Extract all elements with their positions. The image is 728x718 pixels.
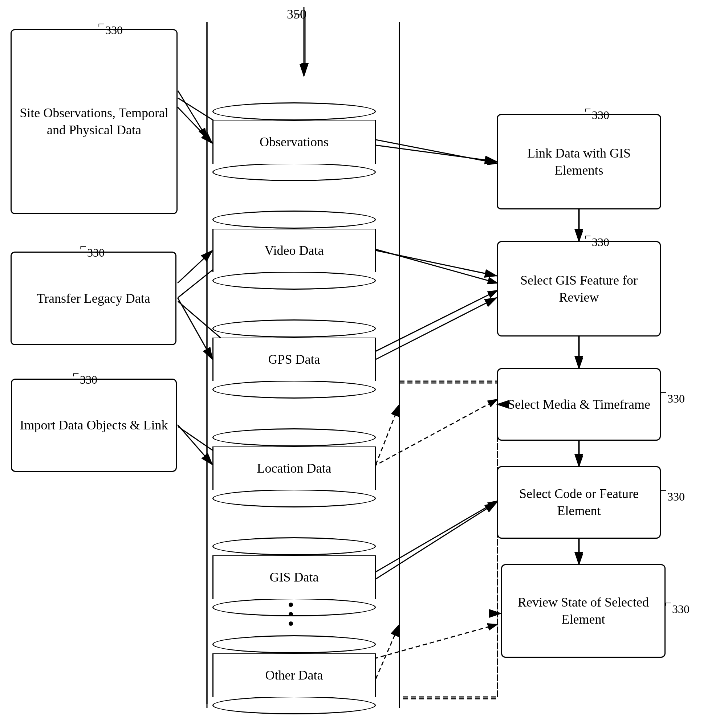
link-data-box: Link Data with GIS Elements — [497, 114, 661, 209]
gis-data-label: GIS Data — [270, 570, 319, 585]
ref-curve-select-gis: ⌐ — [584, 229, 591, 243]
ref-curve-site: ⌐ — [98, 17, 105, 31]
ref-label-site: 330 — [105, 24, 123, 37]
dot-3 — [289, 622, 293, 626]
select-gis-box: Select GIS Feature for Review — [497, 241, 661, 336]
transfer-legacy-box: Transfer Legacy Data — [11, 252, 176, 345]
ref-label-select-code: 330 — [667, 490, 685, 504]
diagram-container: 350 ⌐ Site Observations, Temporal and Ph… — [0, 0, 728, 718]
location-data-cylinder: Location Data — [213, 428, 376, 507]
other-data-label: Other Data — [265, 668, 323, 683]
site-observations-box: Site Observations, Temporal and Physical… — [11, 29, 177, 214]
video-data-cylinder: Video Data — [213, 211, 376, 290]
ref-label-link: 330 — [592, 108, 609, 122]
location-data-label: Location Data — [257, 461, 332, 476]
other-data-cylinder: Other Data — [213, 635, 376, 714]
svg-line-29 — [177, 425, 213, 464]
transfer-legacy-label: Transfer Legacy Data — [37, 290, 150, 307]
site-observations-label: Site Observations, Temporal and Physical… — [15, 105, 173, 139]
svg-line-34 — [376, 503, 497, 579]
svg-line-14 — [367, 501, 497, 577]
select-gis-label: Select GIS Feature for Review — [502, 272, 656, 306]
ref-label-review: 330 — [672, 603, 690, 616]
ref-curve-select-code: ⌐ — [660, 484, 667, 497]
gis-data-cylinder: GIS Data — [213, 537, 376, 616]
gps-data-label: GPS Data — [268, 352, 320, 367]
ref-curve-transfer: ⌐ — [80, 240, 86, 254]
ref-label-transfer: 330 — [87, 246, 105, 260]
svg-rect-40 — [399, 383, 497, 699]
select-media-box: Select Media & Timeframe — [497, 368, 661, 441]
svg-line-30 — [376, 145, 497, 162]
dot-2 — [289, 612, 293, 616]
link-data-label: Link Data with GIS Elements — [502, 145, 656, 179]
svg-line-15 — [367, 624, 497, 661]
svg-line-26 — [177, 107, 213, 144]
observations-cylinder: Observations — [213, 102, 376, 181]
dot-1 — [289, 603, 293, 607]
svg-rect-20 — [399, 381, 497, 697]
select-code-box: Select Code or Feature Element — [497, 466, 661, 539]
select-media-label: Select Media & Timeframe — [508, 396, 650, 413]
svg-line-35 — [376, 624, 399, 679]
ref-curve-review: ⌐ — [665, 596, 671, 610]
ref-label-select-media: 330 — [667, 392, 685, 405]
review-state-label: Review State of Selected Element — [506, 594, 661, 628]
ref-curve-import: ⌐ — [73, 367, 79, 380]
svg-line-28 — [177, 298, 213, 359]
svg-line-13 — [367, 399, 497, 470]
svg-line-31 — [376, 251, 497, 276]
svg-line-5 — [178, 91, 207, 138]
select-code-label: Select Code or Feature Element — [502, 485, 656, 519]
svg-line-12 — [367, 290, 497, 356]
import-data-label: Import Data Objects & Link — [20, 417, 168, 434]
svg-line-27 — [177, 251, 213, 283]
ref-curve-link: ⌐ — [584, 102, 591, 116]
ref-label-import: 330 — [80, 373, 97, 386]
svg-line-32 — [376, 298, 497, 359]
gps-data-cylinder: GPS Data — [213, 319, 376, 399]
review-state-box: Review State of Selected Element — [501, 564, 665, 658]
svg-line-11 — [367, 247, 497, 283]
observations-label: Observations — [260, 134, 329, 150]
ref-curve-select-media: ⌐ — [660, 386, 667, 399]
svg-line-10 — [367, 138, 497, 163]
ref-label-select-gis: 330 — [592, 235, 609, 249]
svg-line-33 — [376, 404, 399, 464]
import-data-box: Import Data Objects & Link — [11, 379, 177, 472]
center-arrow-label: ⌐ — [294, 6, 301, 22]
video-data-label: Video Data — [265, 243, 324, 258]
ellipsis-dots — [289, 603, 293, 626]
